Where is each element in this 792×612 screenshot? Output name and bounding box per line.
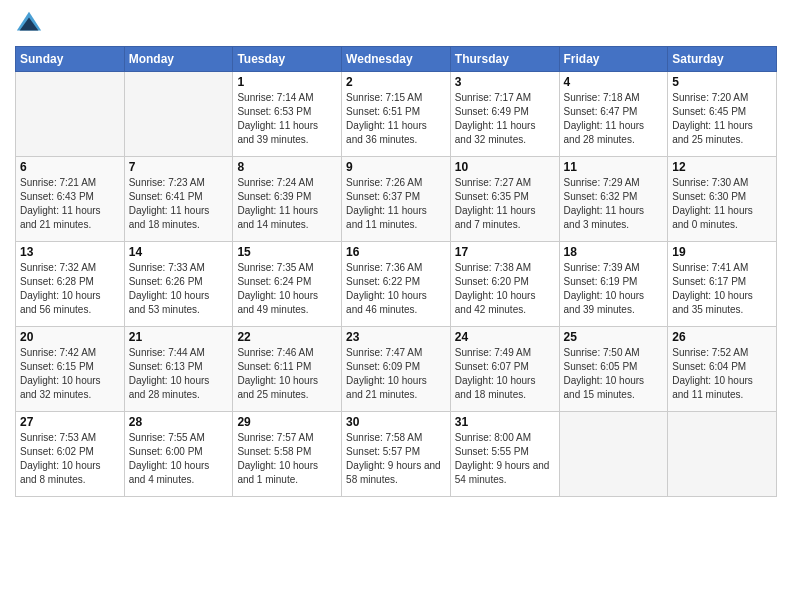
calendar-cell: 8Sunrise: 7:24 AM Sunset: 6:39 PM Daylig… [233, 157, 342, 242]
calendar-cell: 28Sunrise: 7:55 AM Sunset: 6:00 PM Dayli… [124, 412, 233, 497]
day-info: Sunrise: 7:26 AM Sunset: 6:37 PM Dayligh… [346, 176, 446, 232]
day-number: 1 [237, 75, 337, 89]
weekday-header-wednesday: Wednesday [342, 47, 451, 72]
page: SundayMondayTuesdayWednesdayThursdayFrid… [0, 0, 792, 512]
calendar-cell: 30Sunrise: 7:58 AM Sunset: 5:57 PM Dayli… [342, 412, 451, 497]
day-info: Sunrise: 7:52 AM Sunset: 6:04 PM Dayligh… [672, 346, 772, 402]
day-number: 11 [564, 160, 664, 174]
day-number: 15 [237, 245, 337, 259]
day-number: 28 [129, 415, 229, 429]
calendar-week-row: 20Sunrise: 7:42 AM Sunset: 6:15 PM Dayli… [16, 327, 777, 412]
calendar-cell: 6Sunrise: 7:21 AM Sunset: 6:43 PM Daylig… [16, 157, 125, 242]
weekday-header-tuesday: Tuesday [233, 47, 342, 72]
day-number: 24 [455, 330, 555, 344]
day-number: 18 [564, 245, 664, 259]
calendar-week-row: 13Sunrise: 7:32 AM Sunset: 6:28 PM Dayli… [16, 242, 777, 327]
day-number: 13 [20, 245, 120, 259]
day-info: Sunrise: 7:47 AM Sunset: 6:09 PM Dayligh… [346, 346, 446, 402]
calendar-cell: 31Sunrise: 8:00 AM Sunset: 5:55 PM Dayli… [450, 412, 559, 497]
day-number: 14 [129, 245, 229, 259]
day-info: Sunrise: 7:33 AM Sunset: 6:26 PM Dayligh… [129, 261, 229, 317]
day-number: 23 [346, 330, 446, 344]
calendar-cell [124, 72, 233, 157]
day-info: Sunrise: 7:15 AM Sunset: 6:51 PM Dayligh… [346, 91, 446, 147]
day-number: 29 [237, 415, 337, 429]
calendar-cell: 22Sunrise: 7:46 AM Sunset: 6:11 PM Dayli… [233, 327, 342, 412]
calendar-cell: 27Sunrise: 7:53 AM Sunset: 6:02 PM Dayli… [16, 412, 125, 497]
calendar-cell: 9Sunrise: 7:26 AM Sunset: 6:37 PM Daylig… [342, 157, 451, 242]
calendar-cell: 15Sunrise: 7:35 AM Sunset: 6:24 PM Dayli… [233, 242, 342, 327]
logo-icon [15, 10, 43, 38]
day-info: Sunrise: 7:41 AM Sunset: 6:17 PM Dayligh… [672, 261, 772, 317]
day-number: 26 [672, 330, 772, 344]
weekday-header-thursday: Thursday [450, 47, 559, 72]
day-info: Sunrise: 7:53 AM Sunset: 6:02 PM Dayligh… [20, 431, 120, 487]
calendar-cell: 29Sunrise: 7:57 AM Sunset: 5:58 PM Dayli… [233, 412, 342, 497]
calendar-week-row: 1Sunrise: 7:14 AM Sunset: 6:53 PM Daylig… [16, 72, 777, 157]
day-number: 9 [346, 160, 446, 174]
calendar-cell: 25Sunrise: 7:50 AM Sunset: 6:05 PM Dayli… [559, 327, 668, 412]
day-number: 12 [672, 160, 772, 174]
calendar-cell: 11Sunrise: 7:29 AM Sunset: 6:32 PM Dayli… [559, 157, 668, 242]
day-number: 7 [129, 160, 229, 174]
calendar-cell [668, 412, 777, 497]
day-info: Sunrise: 7:24 AM Sunset: 6:39 PM Dayligh… [237, 176, 337, 232]
calendar-cell: 16Sunrise: 7:36 AM Sunset: 6:22 PM Dayli… [342, 242, 451, 327]
day-number: 22 [237, 330, 337, 344]
day-number: 19 [672, 245, 772, 259]
weekday-header-friday: Friday [559, 47, 668, 72]
calendar-cell: 26Sunrise: 7:52 AM Sunset: 6:04 PM Dayli… [668, 327, 777, 412]
day-info: Sunrise: 7:58 AM Sunset: 5:57 PM Dayligh… [346, 431, 446, 487]
weekday-header-saturday: Saturday [668, 47, 777, 72]
day-info: Sunrise: 7:30 AM Sunset: 6:30 PM Dayligh… [672, 176, 772, 232]
calendar-cell: 4Sunrise: 7:18 AM Sunset: 6:47 PM Daylig… [559, 72, 668, 157]
day-info: Sunrise: 7:35 AM Sunset: 6:24 PM Dayligh… [237, 261, 337, 317]
calendar-cell: 20Sunrise: 7:42 AM Sunset: 6:15 PM Dayli… [16, 327, 125, 412]
day-info: Sunrise: 7:14 AM Sunset: 6:53 PM Dayligh… [237, 91, 337, 147]
day-number: 27 [20, 415, 120, 429]
day-info: Sunrise: 7:29 AM Sunset: 6:32 PM Dayligh… [564, 176, 664, 232]
day-info: Sunrise: 7:42 AM Sunset: 6:15 PM Dayligh… [20, 346, 120, 402]
calendar-cell: 17Sunrise: 7:38 AM Sunset: 6:20 PM Dayli… [450, 242, 559, 327]
day-info: Sunrise: 7:21 AM Sunset: 6:43 PM Dayligh… [20, 176, 120, 232]
day-info: Sunrise: 7:57 AM Sunset: 5:58 PM Dayligh… [237, 431, 337, 487]
day-number: 16 [346, 245, 446, 259]
calendar-cell: 21Sunrise: 7:44 AM Sunset: 6:13 PM Dayli… [124, 327, 233, 412]
day-number: 10 [455, 160, 555, 174]
day-number: 21 [129, 330, 229, 344]
calendar-cell: 10Sunrise: 7:27 AM Sunset: 6:35 PM Dayli… [450, 157, 559, 242]
calendar-cell: 13Sunrise: 7:32 AM Sunset: 6:28 PM Dayli… [16, 242, 125, 327]
day-info: Sunrise: 7:20 AM Sunset: 6:45 PM Dayligh… [672, 91, 772, 147]
calendar-cell: 24Sunrise: 7:49 AM Sunset: 6:07 PM Dayli… [450, 327, 559, 412]
calendar-cell: 12Sunrise: 7:30 AM Sunset: 6:30 PM Dayli… [668, 157, 777, 242]
day-number: 17 [455, 245, 555, 259]
day-number: 2 [346, 75, 446, 89]
day-info: Sunrise: 7:46 AM Sunset: 6:11 PM Dayligh… [237, 346, 337, 402]
day-info: Sunrise: 7:38 AM Sunset: 6:20 PM Dayligh… [455, 261, 555, 317]
calendar-cell: 1Sunrise: 7:14 AM Sunset: 6:53 PM Daylig… [233, 72, 342, 157]
weekday-header-monday: Monday [124, 47, 233, 72]
day-number: 31 [455, 415, 555, 429]
calendar-cell: 19Sunrise: 7:41 AM Sunset: 6:17 PM Dayli… [668, 242, 777, 327]
calendar-cell: 14Sunrise: 7:33 AM Sunset: 6:26 PM Dayli… [124, 242, 233, 327]
day-info: Sunrise: 7:18 AM Sunset: 6:47 PM Dayligh… [564, 91, 664, 147]
day-info: Sunrise: 8:00 AM Sunset: 5:55 PM Dayligh… [455, 431, 555, 487]
day-info: Sunrise: 7:23 AM Sunset: 6:41 PM Dayligh… [129, 176, 229, 232]
calendar-cell: 7Sunrise: 7:23 AM Sunset: 6:41 PM Daylig… [124, 157, 233, 242]
calendar-cell: 2Sunrise: 7:15 AM Sunset: 6:51 PM Daylig… [342, 72, 451, 157]
day-info: Sunrise: 7:44 AM Sunset: 6:13 PM Dayligh… [129, 346, 229, 402]
calendar-cell [16, 72, 125, 157]
day-number: 30 [346, 415, 446, 429]
day-info: Sunrise: 7:55 AM Sunset: 6:00 PM Dayligh… [129, 431, 229, 487]
day-number: 8 [237, 160, 337, 174]
day-info: Sunrise: 7:39 AM Sunset: 6:19 PM Dayligh… [564, 261, 664, 317]
calendar-cell: 23Sunrise: 7:47 AM Sunset: 6:09 PM Dayli… [342, 327, 451, 412]
calendar-week-row: 6Sunrise: 7:21 AM Sunset: 6:43 PM Daylig… [16, 157, 777, 242]
weekday-header-sunday: Sunday [16, 47, 125, 72]
day-number: 25 [564, 330, 664, 344]
day-number: 5 [672, 75, 772, 89]
day-info: Sunrise: 7:50 AM Sunset: 6:05 PM Dayligh… [564, 346, 664, 402]
day-info: Sunrise: 7:49 AM Sunset: 6:07 PM Dayligh… [455, 346, 555, 402]
header [15, 10, 777, 38]
day-info: Sunrise: 7:17 AM Sunset: 6:49 PM Dayligh… [455, 91, 555, 147]
